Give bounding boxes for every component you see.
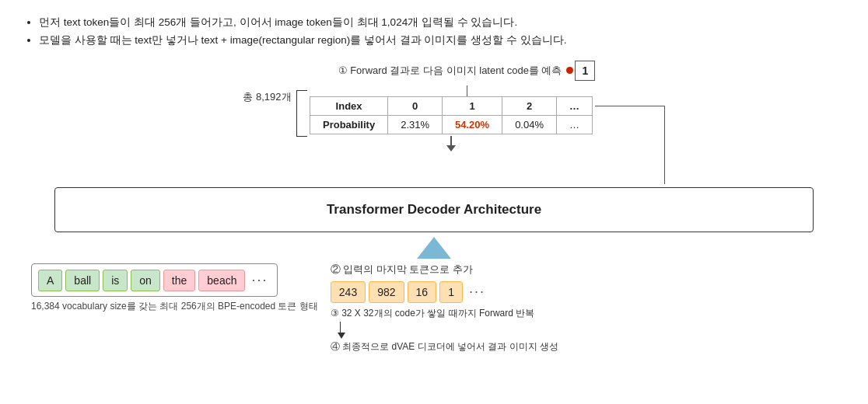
- token-16: 16: [408, 281, 437, 303]
- text-token-group: A ball is on the beach ···: [31, 263, 278, 297]
- vocab-annotation: 16,384 vocabulary size를 갖는 최대 256개의 BPE-…: [31, 300, 318, 313]
- bullet-list: 먼저 text token들이 최대 256개 들어가고, 이어서 image …: [23, 14, 845, 50]
- forward-annotation: ① Forward 결과로 다음 이미지 latent code를 예측: [338, 64, 562, 78]
- final-annotation: ④ 최종적으로 dVAE 디코더에 넣어서 결과 이미지 생성: [331, 340, 558, 354]
- one-selected-box: 1: [575, 61, 595, 81]
- token-1: 1: [439, 281, 463, 303]
- table-row-label: Probability: [310, 115, 387, 134]
- table-header-1: 1: [443, 96, 502, 115]
- number-dots: ···: [466, 280, 488, 304]
- table-val-1: 54.20%: [443, 115, 502, 134]
- big-up-arrow: [417, 237, 451, 259]
- token-on: on: [131, 270, 160, 291]
- text-dots: ···: [248, 268, 271, 292]
- table-val-0: 2.31%: [388, 115, 443, 134]
- add-annotation: ② 입력의 마지막 토큰으로 추가: [331, 263, 473, 277]
- transformer-label: Transformer Decoder Architecture: [327, 202, 541, 217]
- table-header-2: 2: [502, 96, 557, 115]
- token-beach: beach: [198, 270, 245, 291]
- table-val-dots: …: [557, 115, 593, 134]
- number-token-group: 243 982 16 1 ···: [331, 280, 488, 304]
- table-header-label: Index: [310, 96, 387, 115]
- red-dot: [566, 67, 573, 74]
- repeat-annotation: ③ 32 X 32개의 code가 쌓일 때까지 Forward 반복: [331, 307, 558, 320]
- left-bracket: [296, 90, 307, 137]
- token-982: 982: [369, 281, 404, 303]
- token-the: the: [163, 270, 195, 291]
- table-val-2: 0.04%: [502, 115, 557, 134]
- total-label: 총 8,192개: [243, 90, 291, 104]
- bullet-item-1: 먼저 text token들이 최대 256개 들어가고, 이어서 image …: [39, 14, 845, 32]
- token-ball: ball: [65, 270, 100, 291]
- transformer-box: Transformer Decoder Architecture: [54, 187, 814, 232]
- token-is: is: [103, 270, 128, 291]
- diagram: 총 8,192개 ① Forward 결과로 다음 이미지 latent cod…: [23, 61, 845, 354]
- table-header-0: 0: [388, 96, 443, 115]
- bullet-item-2: 모델을 사용할 때는 text만 넣거나 text + image(rectan…: [39, 32, 845, 50]
- prob-table: Index 0 1 2 … Probability 2.31% 54.20% 0…: [310, 96, 593, 134]
- token-A: A: [38, 270, 62, 291]
- token-243: 243: [331, 281, 366, 303]
- table-arrow-down: [446, 145, 456, 152]
- table-header-dots: …: [557, 96, 593, 115]
